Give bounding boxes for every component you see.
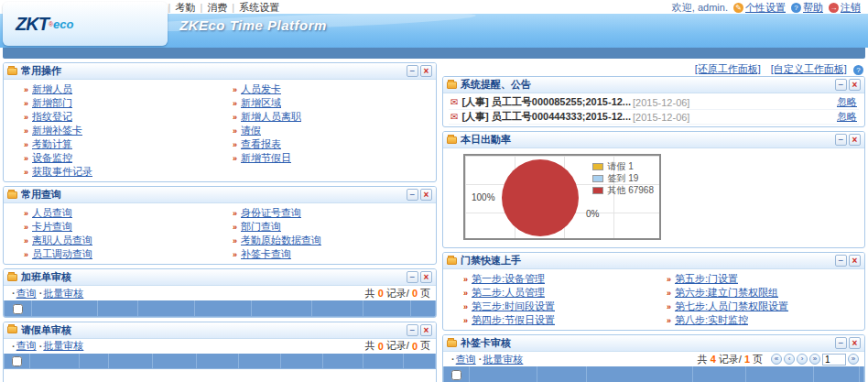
column-header[interactable]	[197, 354, 239, 369]
column-header[interactable]	[746, 366, 814, 382]
minimize-icon[interactable]: −	[407, 324, 418, 336]
quick-link[interactable]: 第六步:建立门禁权限组	[675, 286, 778, 300]
quick-link[interactable]: 人员查询	[32, 206, 72, 220]
column-header[interactable]	[109, 354, 153, 369]
quick-link[interactable]: 设备监控	[32, 151, 72, 165]
quick-link[interactable]: 离职人员查询	[32, 234, 92, 247]
column-header[interactable]	[153, 354, 197, 369]
column-header[interactable]	[363, 300, 411, 316]
logout-link[interactable]: 注销	[841, 2, 861, 13]
close-icon[interactable]: ×	[420, 189, 432, 201]
column-header[interactable]	[470, 366, 537, 382]
column-header[interactable]	[252, 300, 312, 316]
quick-link[interactable]: 获取事件记录	[32, 165, 92, 179]
close-icon[interactable]: ×	[420, 271, 432, 283]
column-header[interactable]	[537, 366, 587, 382]
column-header[interactable]	[312, 300, 363, 316]
column-header[interactable]	[239, 354, 281, 369]
go-page-icon[interactable]: »	[848, 354, 859, 365]
quick-link[interactable]: 请假	[241, 124, 261, 137]
quick-link[interactable]: 第五步:门设置	[675, 272, 738, 286]
quick-link[interactable]: 卡片查询	[32, 220, 72, 234]
prev-page-icon[interactable]: ‹	[784, 354, 795, 365]
quick-link[interactable]: 新增部门	[32, 96, 72, 110]
column-header[interactable]	[411, 300, 436, 316]
help-link[interactable]: 帮助	[803, 2, 823, 13]
select-all-checkbox[interactable]	[13, 304, 23, 314]
last-page-icon[interactable]: »	[809, 354, 820, 365]
column-header[interactable]	[693, 366, 746, 382]
close-icon[interactable]: ×	[420, 65, 432, 77]
column-header[interactable]	[860, 366, 864, 382]
quick-link[interactable]: 部门查询	[241, 220, 281, 234]
column-header[interactable]	[195, 300, 252, 316]
query-link[interactable]: 查询	[16, 287, 37, 300]
batch-approve-link[interactable]: 批量审核	[483, 353, 523, 366]
quick-link[interactable]: 新增补签卡	[32, 124, 82, 137]
quick-link[interactable]: 第一步:设备管理	[472, 272, 545, 286]
announcement-link[interactable]: [人事] 员工工号000085255;2015-12...	[461, 95, 631, 109]
announcement-ignore-link[interactable]: 忽略	[837, 95, 857, 109]
quick-link[interactable]: 第四步:节假日设置	[472, 313, 555, 327]
quick-link[interactable]: 指纹登记	[32, 110, 72, 124]
quick-link[interactable]: 查看报表	[241, 137, 281, 151]
quick-link[interactable]: 考勤原始数据查询	[241, 234, 321, 247]
quick-link[interactable]: 新增节假日	[241, 151, 291, 165]
batch-approve-link[interactable]: 批量审核	[43, 287, 83, 300]
quick-link[interactable]: 考勤计算	[32, 137, 72, 151]
column-header[interactable]	[323, 354, 363, 369]
arrow-bullet-icon: »	[463, 275, 468, 284]
quick-link[interactable]: 第七步:人员门禁权限设置	[675, 300, 788, 313]
page-number-input[interactable]	[822, 354, 846, 366]
column-header[interactable]	[98, 300, 138, 316]
query-link[interactable]: 查询	[456, 353, 476, 366]
column-header[interactable]	[30, 354, 80, 369]
quick-link[interactable]: 员工调动查询	[32, 247, 92, 261]
menu-attendance[interactable]: 考勤	[175, 1, 195, 15]
close-icon[interactable]: ×	[849, 134, 861, 146]
quick-link[interactable]: 第二步:人员管理	[472, 286, 545, 300]
announcement-link[interactable]: [人事] 员工工号000444333;2015-12...	[461, 110, 631, 124]
customize-workspace-link[interactable]: [自定义工作面板]	[771, 63, 847, 74]
next-page-icon[interactable]: ›	[797, 354, 808, 365]
quick-link[interactable]: 新增区域	[241, 96, 281, 110]
minimize-icon[interactable]: −	[835, 255, 847, 267]
minimize-icon[interactable]: −	[835, 79, 847, 91]
minimize-icon[interactable]: −	[407, 271, 418, 283]
column-header[interactable]	[404, 354, 436, 369]
first-page-icon[interactable]: «	[771, 354, 782, 365]
quick-link[interactable]: 新增人员	[32, 82, 72, 96]
column-header[interactable]	[281, 354, 323, 369]
query-link[interactable]: 查询	[16, 339, 37, 353]
close-icon[interactable]: ×	[849, 79, 861, 91]
quick-link[interactable]: 新增人员离职	[241, 110, 301, 124]
menu-system-settings[interactable]: 系统设置	[239, 1, 279, 15]
workspace-help-icon[interactable]: ?	[853, 65, 863, 75]
column-header[interactable]	[363, 354, 404, 369]
close-icon[interactable]: ×	[849, 255, 861, 267]
quick-link[interactable]: 第八步:实时监控	[675, 313, 748, 327]
column-header[interactable]	[138, 300, 195, 316]
quick-link[interactable]: 身份证号查询	[241, 206, 301, 220]
column-header[interactable]	[814, 366, 860, 382]
quick-link[interactable]: 第三步:时间段设置	[472, 300, 555, 313]
minimize-icon[interactable]: −	[835, 337, 847, 349]
column-header[interactable]	[587, 366, 693, 382]
select-all-checkbox[interactable]	[451, 370, 461, 380]
restore-workspace-link[interactable]: [还原工作面板]	[695, 63, 761, 74]
minimize-icon[interactable]: −	[407, 65, 418, 77]
personal-settings-link[interactable]: 个性设置	[745, 2, 786, 13]
header-strip	[3, 48, 865, 59]
batch-approve-link[interactable]: 批量审核	[43, 339, 83, 353]
quick-link[interactable]: 补签卡查询	[241, 247, 291, 261]
column-header[interactable]	[80, 354, 109, 369]
minimize-icon[interactable]: −	[835, 134, 847, 146]
minimize-icon[interactable]: −	[407, 189, 418, 201]
select-all-checkbox[interactable]	[12, 356, 22, 366]
menu-consumption[interactable]: 消费	[207, 1, 227, 15]
close-icon[interactable]: ×	[420, 324, 432, 336]
close-icon[interactable]: ×	[849, 337, 861, 349]
announcement-ignore-link[interactable]: 忽略	[837, 110, 857, 124]
column-header[interactable]	[32, 300, 98, 316]
quick-link[interactable]: 人员发卡	[241, 82, 281, 96]
